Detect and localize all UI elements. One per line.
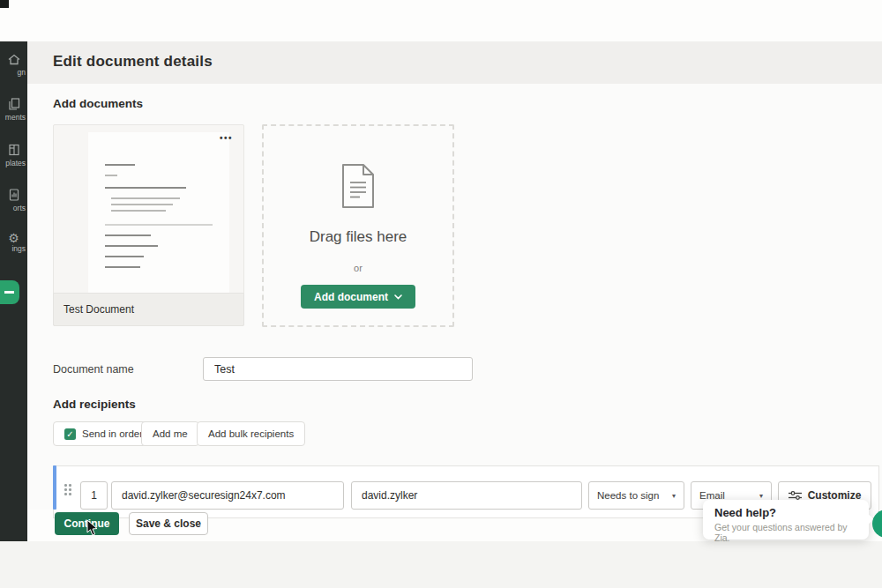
checkbox-checked-icon[interactable]: ✓	[64, 428, 76, 440]
file-icon	[339, 163, 377, 209]
screen-artifact	[0, 0, 9, 8]
mouse-cursor-icon	[86, 519, 99, 537]
documents-icon	[7, 97, 21, 111]
more-options-icon[interactable]: •••	[220, 133, 233, 143]
sidebar-item-label: ments	[0, 113, 27, 122]
save-and-close-button[interactable]: Save & close	[129, 512, 208, 535]
add-bulk-recipients-button[interactable]: Add bulk recipients	[197, 421, 305, 446]
send-in-order-toggle[interactable]: ✓ Send in order	[53, 421, 154, 446]
caret-down-icon: ▾	[672, 492, 676, 500]
help-title: Need help?	[714, 506, 857, 519]
sidebar-item-templates[interactable]: plates	[0, 143, 27, 167]
sidebar-item-label: plates	[0, 159, 27, 167]
file-dropzone[interactable]: Drag files here or Add document	[262, 124, 454, 327]
page-header: Edit document details	[27, 41, 882, 84]
sidebar-item-label: ings	[0, 244, 27, 253]
chevron-down-icon	[394, 294, 402, 300]
sidebar-primary-button[interactable]	[0, 280, 19, 304]
document-thumbnail	[88, 132, 229, 293]
document-card[interactable]: ••• Test Document	[53, 124, 244, 326]
recipient-role-select[interactable]: Needs to sign ▾	[588, 481, 684, 510]
recipient-role-value: Needs to sign	[597, 490, 659, 501]
settings-icon: ⚙	[0, 232, 27, 244]
send-in-order-label: Send in order	[82, 428, 143, 439]
document-name-label: Document name	[53, 363, 134, 376]
document-card-footer: Test Document	[53, 293, 244, 326]
add-bulk-recipients-label: Add bulk recipients	[208, 428, 294, 439]
recipient-name-input[interactable]	[351, 481, 582, 510]
templates-icon	[7, 143, 21, 157]
dropzone-separator: or	[264, 263, 452, 273]
help-subtitle: Get your questions answered by Zia.	[714, 522, 857, 543]
caret-down-icon: ▾	[759, 492, 763, 500]
add-document-button[interactable]: Add document	[301, 285, 415, 309]
add-me-button[interactable]: Add me	[141, 421, 199, 446]
sidebar-item-reports[interactable]: orts	[0, 188, 27, 212]
recipient-order-number: 1	[80, 481, 108, 510]
add-recipients-title: Add recipients	[53, 398, 136, 411]
recipient-email-input[interactable]	[111, 481, 344, 510]
page-title: Edit document details	[53, 53, 213, 71]
recipient-accent-bar	[53, 465, 56, 510]
document-name-input[interactable]	[203, 357, 473, 381]
sidebar-item-settings[interactable]: ⚙ ings	[0, 232, 27, 253]
plus-icon	[4, 291, 14, 294]
home-icon	[7, 53, 21, 66]
drag-handle-icon[interactable]	[64, 484, 72, 496]
add-document-label: Add document	[314, 291, 388, 303]
add-documents-title: Add documents	[53, 97, 143, 110]
sidebar-item-label: gn	[0, 68, 27, 77]
help-tooltip: Need help? Get your questions answered b…	[703, 500, 869, 540]
sidebar-item-documents[interactable]: ments	[0, 97, 27, 122]
sidebar-item-sign[interactable]: gn	[0, 53, 27, 77]
bottom-strip	[0, 541, 882, 588]
sidebar: gn ments plates orts ⚙ ings	[0, 41, 27, 541]
sidebar-item-label: orts	[0, 204, 27, 212]
document-card-name: Test Document	[54, 303, 134, 316]
dropzone-title: Drag files here	[264, 228, 452, 246]
reports-icon	[7, 188, 21, 202]
add-me-label: Add me	[153, 428, 188, 439]
